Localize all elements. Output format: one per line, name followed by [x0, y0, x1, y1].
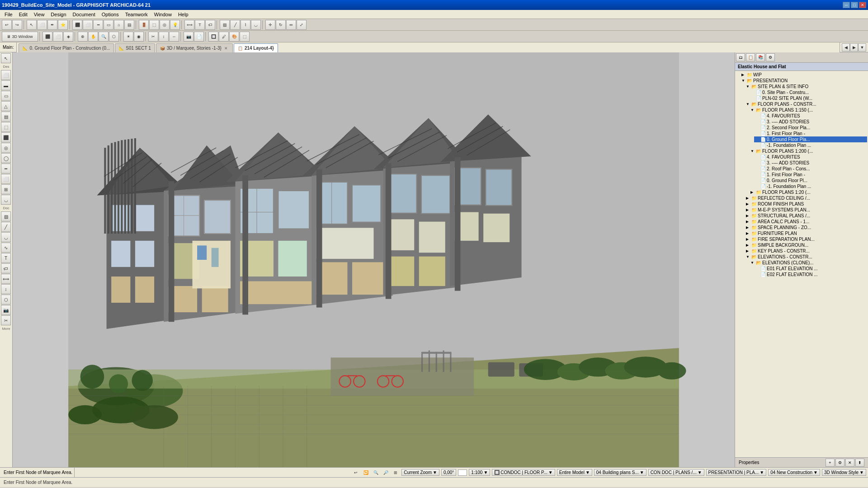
lt-label-tool[interactable]: 🏷: [1, 263, 11, 273]
menu-file[interactable]: File: [2, 11, 15, 18]
lt-wall-tool[interactable]: ▬: [1, 80, 11, 90]
zoom-out-btn[interactable]: 🔎: [382, 469, 390, 477]
rp-navigator-icon[interactable]: 🗂: [736, 53, 745, 61]
tab-214-layout[interactable]: 📋 214 Layout-4}: [234, 43, 278, 52]
tb-dimension[interactable]: ⟺: [184, 20, 194, 30]
tree-pln02[interactable]: 📄 PLN-02 SITE PLAN (W...: [750, 95, 867, 101]
rp-settings-icon[interactable]: ⚙: [766, 53, 775, 61]
layer-dropdown[interactable]: 🔲 CONDOC | FLOOR P... ▼: [492, 469, 555, 476]
lt-object-tool[interactable]: ◎: [1, 143, 11, 153]
tree-furniture-plan[interactable]: ▶ 📁 FURNITURE PLAN: [745, 230, 867, 236]
maximize-button[interactable]: □: [851, 2, 858, 8]
tb-layers[interactable]: 🔲: [208, 32, 218, 42]
tree-reflected-ceiling[interactable]: ▶ 📁 REFLECTED CEILING /...: [745, 195, 867, 201]
building-plans-dropdown[interactable]: 04 Building plans S... ▼: [594, 469, 646, 476]
menu-help[interactable]: Help: [175, 11, 191, 18]
lt-column-tool[interactable]: ⬜: [1, 174, 11, 184]
tb-elements[interactable]: ⬚: [240, 32, 250, 42]
tb-object[interactable]: ◎: [160, 20, 170, 30]
rp-organizer-icon[interactable]: 📋: [746, 53, 755, 61]
lt-spline-tool[interactable]: ∿: [1, 243, 11, 253]
tb-slab[interactable]: ▭: [104, 20, 113, 30]
tree-room-finish[interactable]: ▶ 📁 ROOM FINISH PLANS: [745, 201, 867, 207]
tree-fire-separation[interactable]: ▶ 📁 FIRE SEPARATION PLAN...: [745, 236, 867, 242]
menu-view[interactable]: View: [31, 11, 47, 18]
lt-zone-tool[interactable]: ⬡: [1, 295, 11, 305]
nav-back[interactable]: ↩: [352, 469, 360, 477]
tb-view-wire[interactable]: ⬜: [53, 32, 63, 42]
menu-options[interactable]: Options: [99, 11, 122, 18]
tb-fill[interactable]: ▨: [220, 20, 230, 30]
tb-orbit[interactable]: ⊕: [78, 32, 88, 42]
tb-render[interactable]: ◉: [134, 32, 144, 42]
lt-section-tool[interactable]: ✂: [1, 315, 11, 325]
properties-panel-tab[interactable]: Properties + ⚙ ✕ ⬆: [735, 457, 868, 467]
canvas-area[interactable]: [13, 52, 735, 467]
menu-document[interactable]: Document: [70, 11, 98, 18]
tb-3d-window-toggle[interactable]: 🖥 3D Window: [2, 32, 38, 42]
tb-section-cut[interactable]: ✂: [148, 32, 158, 42]
tree-favourites-b[interactable]: 📄 4. FAVOURITES: [754, 154, 867, 160]
tree-mep-systems[interactable]: ▶ 📁 M-E-P SYSTEMS PLAN...: [745, 207, 867, 213]
menu-teamwork[interactable]: Teamwork: [123, 11, 151, 18]
tb-move[interactable]: ✛: [265, 20, 275, 30]
tab-ground-floor[interactable]: 📐 0. Ground Floor Plan - Construction (0…: [19, 43, 114, 52]
tree-key-plans[interactable]: ▶ 📁 KEY PLANS - CONSTR...: [745, 248, 867, 254]
tree-elevations-clone[interactable]: ▼ 📂 ELEVATIONS (CLONE)...: [750, 260, 867, 266]
tb-line[interactable]: ╱: [230, 20, 240, 30]
tb-interior-elev[interactable]: ↔: [169, 32, 179, 42]
tb-undo[interactable]: ↩: [2, 20, 12, 30]
con-doc-dropdown[interactable]: CON DOC | PLANS /... ▼: [648, 469, 704, 476]
tb-arrow-tool[interactable]: ↖: [27, 20, 37, 30]
lt-window-tool[interactable]: ⬛: [1, 132, 11, 142]
tree-structural-plans[interactable]: ▶ 📁 STRUCTURAL PLANS /...: [745, 213, 867, 219]
properties-close-icon[interactable]: ✕: [845, 459, 854, 467]
tree-site-plan-constr[interactable]: 📄 0. Site Plan - Constru...: [750, 89, 867, 95]
lt-camera-tool[interactable]: 📷: [1, 305, 11, 315]
tb-pen-tool[interactable]: ✒: [47, 20, 57, 30]
tb-text[interactable]: T: [195, 20, 205, 30]
lt-dim-tool[interactable]: ⟺: [1, 274, 11, 284]
tb-arc[interactable]: ◡: [251, 20, 261, 30]
tree-second-floor-a[interactable]: 📄 2. Second Floor Pla...: [754, 125, 867, 131]
tb-fit[interactable]: ⬡: [109, 32, 119, 42]
fit-btn[interactable]: ⊞: [392, 469, 400, 477]
tree-area-calc[interactable]: ▶ 📁 AREA CALC PLANS - 1...: [745, 219, 867, 225]
menu-window[interactable]: Window: [151, 11, 175, 18]
tree-e01-flat[interactable]: 📄 E01 FLAT ELEVATION ...: [754, 266, 867, 272]
tb-label[interactable]: 🏷: [205, 20, 215, 30]
scale-dropdown[interactable]: 1:100 ▼: [469, 469, 490, 476]
tree-wip[interactable]: ▶ 📁 WIP: [741, 72, 867, 78]
tb-camera[interactable]: 📷: [184, 32, 193, 42]
lt-marquee[interactable]: ⬜: [1, 70, 11, 80]
lt-arc-tool[interactable]: ◡: [1, 232, 11, 242]
lt-roof-tool[interactable]: △: [1, 101, 11, 111]
tb-mirror[interactable]: ⇔: [286, 20, 296, 30]
minimize-button[interactable]: ─: [843, 2, 850, 8]
tb-sun[interactable]: ☀: [123, 32, 133, 42]
tree-e02-flat[interactable]: 📄 E02 FLAT ELEVATION ...: [754, 272, 867, 277]
model-dropdown[interactable]: Entire Model ▼: [557, 469, 592, 476]
tree-floor-plans-1200[interactable]: ▼ 📂 FLOOR PLANS 1:200 (...: [750, 148, 867, 154]
tb-lamp[interactable]: 💡: [170, 20, 180, 30]
tb-magic-wand[interactable]: ⭐: [58, 20, 68, 30]
lt-door-tool[interactable]: ⬚: [1, 122, 11, 132]
rp-library-icon[interactable]: 📚: [756, 53, 765, 61]
tree-foundation-a[interactable]: 📄 -1. Foundation Plan ...: [754, 142, 867, 148]
window-style-dropdown[interactable]: 3D Window Style ▼: [822, 469, 866, 476]
lt-line-tool[interactable]: ╱: [1, 222, 11, 232]
tree-ground-floor-a[interactable]: 📄 0. Ground Floor Pla...: [754, 136, 867, 142]
tb-view-shading[interactable]: ◈: [63, 32, 73, 42]
menu-edit[interactable]: Edit: [16, 11, 30, 18]
properties-expand-icon[interactable]: ⬆: [855, 459, 864, 467]
tb-pan[interactable]: ✋: [88, 32, 98, 42]
tree-add-stories-a[interactable]: 📄 3. ---- ADD STORIES: [754, 119, 867, 125]
tree-ground-floor-b[interactable]: 📄 0. Ground Floor Pl...: [754, 178, 867, 183]
tree-floor-plans-constr[interactable]: ▼ 📂 FLOOR PLANS - CONSTR...: [745, 101, 867, 107]
tb-view-normal[interactable]: ⬛: [42, 32, 52, 42]
lt-stair-tool[interactable]: ▤: [1, 112, 11, 122]
lt-lamp-tool[interactable]: ◯: [1, 153, 11, 163]
zoom-dropdown[interactable]: Current Zoom ▼: [401, 469, 439, 476]
tb-stair[interactable]: ▤: [124, 20, 134, 30]
tb-redo[interactable]: ↪: [12, 20, 22, 30]
